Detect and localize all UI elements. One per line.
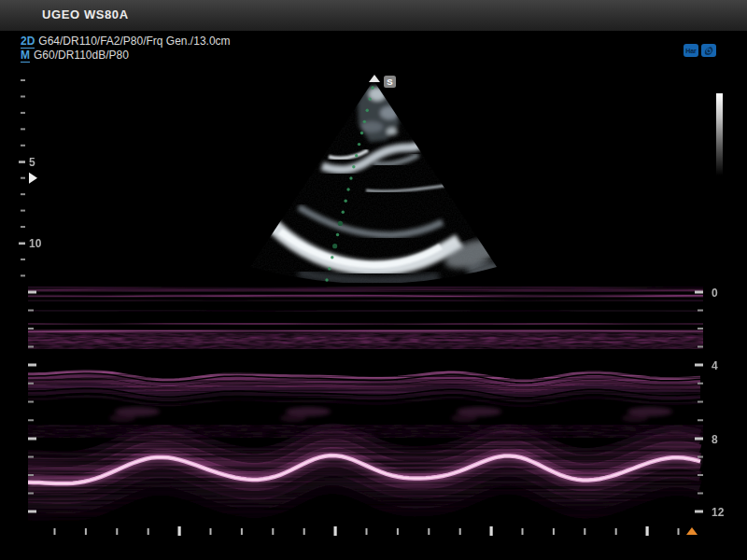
mmode-depth-tick-major: [28, 364, 36, 367]
2d-ruler-tick: [21, 145, 25, 147]
mmode-depth-tick: [28, 328, 34, 329]
cursor-dot: [368, 97, 371, 100]
cursor-dot: [346, 188, 349, 190]
2d-ruler-label: 10: [29, 237, 42, 250]
mmode-depth-tick: [28, 474, 34, 476]
sector-apex-marker: [369, 75, 380, 82]
2d-ruler-tick: [21, 193, 25, 195]
cursor-dot: [325, 278, 328, 281]
2d-ruler-tick: [21, 274, 25, 276]
septum-band: [28, 371, 700, 406]
mmode-depth-tick: [698, 328, 703, 329]
time-tick: [522, 528, 524, 535]
time-tick: [210, 528, 212, 535]
time-tick: [303, 528, 305, 535]
mmode-depth-tick: [28, 493, 34, 495]
time-tick: [428, 528, 430, 535]
time-tick: [553, 528, 555, 535]
mmode-depth-label: 4: [712, 359, 718, 372]
2d-ruler-tick: [21, 226, 25, 228]
mmode-depth-tick: [28, 456, 34, 458]
mmode-depth-tick-major: [28, 511, 36, 513]
time-tick-major: [646, 526, 649, 536]
time-tick-major: [490, 526, 493, 536]
posterior-wall-band: [28, 427, 700, 517]
mmode-trace-image: [28, 287, 703, 517]
cursor-dot: [328, 267, 331, 270]
2d-echo-image: S: [233, 75, 514, 301]
cursor-dot: [366, 109, 369, 112]
scan-display: S 510 04812: [0, 0, 747, 560]
mmode-depth-tick: [28, 383, 34, 385]
2d-ruler-label: 5: [29, 156, 35, 169]
chest-wall-lines: [28, 287, 703, 331]
cursor-dot: [363, 120, 366, 123]
time-tick: [116, 528, 118, 535]
time-tick: [148, 528, 149, 535]
cursor-dot: [338, 221, 343, 226]
cursor-dot: [352, 165, 355, 168]
mmode-time-scale: [54, 526, 680, 536]
cursor-dot: [355, 154, 358, 157]
cursor-dot: [358, 143, 360, 146]
mmode-depth-tick: [698, 493, 703, 495]
mmode-depth-tick: [698, 383, 703, 385]
2d-depth-ruler: 510: [19, 79, 42, 276]
sweep-position-marker: [686, 527, 698, 535]
orientation-badge: S: [384, 76, 396, 88]
mmode-depth-tick: [28, 346, 34, 348]
cursor-dot: [336, 233, 339, 236]
mmode-depth-tick: [698, 310, 703, 312]
mmode-depth-tick: [28, 419, 34, 421]
cursor-dot: [342, 211, 345, 214]
time-tick: [366, 528, 368, 535]
mmode-depth-tick: [28, 310, 34, 312]
mmode-depth-tick: [698, 474, 703, 476]
2d-ruler-tick: [21, 128, 25, 130]
grayscale-bar: [716, 93, 723, 175]
2d-ruler-tick: [21, 259, 25, 260]
mmode-depth-label: 12: [712, 506, 725, 519]
mmode-depth-label: 0: [712, 287, 718, 300]
chordae-echoes: [109, 407, 672, 422]
2d-ruler-tick: [21, 79, 25, 81]
mmode-depth-tick-major: [695, 511, 703, 513]
cursor-dot: [332, 244, 337, 248]
mmode-depth-tick: [698, 419, 703, 421]
chordae-echo: [451, 414, 477, 422]
mmode-depth-label: 8: [712, 433, 718, 446]
time-tick: [615, 528, 617, 535]
time-tick: [54, 528, 56, 535]
time-tick: [678, 528, 680, 535]
cursor-dot: [331, 256, 333, 259]
mmode-depth-tick-major: [695, 364, 703, 367]
mmode-depth-tick: [698, 401, 703, 403]
2d-ruler-tick: [19, 243, 25, 245]
mmode-depth-tick: [698, 456, 703, 458]
orientation-badge-label: S: [387, 77, 392, 87]
mmode-depth-tick-major: [695, 438, 703, 441]
time-tick: [397, 528, 399, 535]
time-tick: [272, 528, 274, 535]
mmode-depth-tick-major: [28, 438, 36, 441]
cursor-dot: [360, 132, 363, 134]
mmode-depth-tick-major: [28, 291, 36, 294]
time-tick: [459, 528, 461, 535]
cursor-dot: [371, 86, 374, 89]
2d-ruler-tick: [21, 95, 25, 97]
2d-ruler-tick: [21, 210, 25, 212]
2d-ruler-tick: [19, 161, 25, 163]
chordae-echo: [280, 414, 306, 422]
focus-marker: [29, 173, 37, 184]
2d-ruler-tick: [21, 177, 25, 179]
cursor-dot: [344, 199, 346, 202]
time-tick-major: [334, 526, 337, 536]
chordae-echo: [109, 414, 135, 422]
time-tick: [241, 528, 243, 535]
near-field-echoes: [358, 86, 423, 142]
mmode-depth-tick: [698, 346, 703, 348]
mmode-depth-tick: [28, 401, 34, 403]
mmode-depth-tick-major: [695, 291, 703, 294]
time-tick: [584, 528, 585, 535]
time-tick-major: [178, 526, 181, 536]
